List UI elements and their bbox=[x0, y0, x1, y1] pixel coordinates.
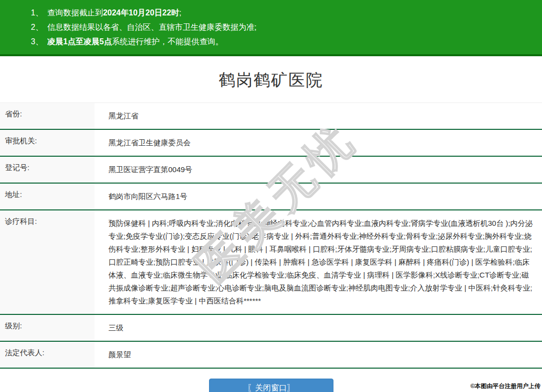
notice-text: ; bbox=[179, 8, 181, 17]
notice-number: 2、 bbox=[31, 23, 43, 31]
row-value: 三级 bbox=[95, 315, 542, 341]
notice-banner: 1、查询数据截止到2024年10月20日22时; 2、信息数据结果以各省、自治区… bbox=[0, 0, 542, 56]
row-value: 黑龙江省 bbox=[95, 103, 542, 129]
close-window-button[interactable]: 〖关闭窗口〗 bbox=[209, 379, 333, 392]
hospital-title: 鹤岗鹤矿医院 bbox=[0, 69, 542, 92]
notice-text: 信息数据结果以各省、自治区、直辖市卫生健康委数据为准; bbox=[47, 23, 256, 31]
notice-bold-text: 2024年10月20日22时 bbox=[103, 8, 179, 17]
notice-line-2: 2、信息数据结果以各省、自治区、直辖市卫生健康委数据为准; bbox=[31, 20, 532, 34]
notice-number: 3、 bbox=[31, 37, 43, 46]
row-value: 预防保健科 | 内科;呼吸内科专业;消化内科专业;神经内科专业;心血管内科专业;… bbox=[95, 210, 542, 314]
table-row-registration-number: 登记号: 黑卫医证营字直第0049号 bbox=[0, 157, 542, 184]
table-row-province: 省份: 黑龙江省 bbox=[0, 103, 542, 130]
row-label: 省份: bbox=[0, 103, 95, 129]
row-label: 审批机关: bbox=[0, 130, 95, 156]
row-label: 法定代表人: bbox=[0, 342, 95, 368]
table-row-treatment-subjects: 诊疗科目: 预防保健科 | 内科;呼吸内科专业;消化内科专业;神经内科专业;心血… bbox=[0, 210, 542, 315]
notice-number: 1、 bbox=[31, 8, 43, 17]
notice-line-3: 3、凌晨1点至凌晨5点系统进行维护，不能提供查询。 bbox=[31, 34, 532, 49]
notice-text: 查询数据截止到 bbox=[47, 8, 103, 17]
row-value: 颜景望 bbox=[95, 342, 542, 368]
row-value: 黑龙江省卫生健康委员会 bbox=[95, 130, 542, 156]
notice-bold-text: 凌晨1点至凌晨5点 bbox=[47, 37, 112, 46]
query-result-page: 1、查询数据截止到2024年10月20日22时; 2、信息数据结果以各省、自治区… bbox=[0, 0, 542, 392]
notice-text: 系统进行维护，不能提供查询。 bbox=[112, 37, 223, 46]
table-row-legal-representative: 法定代表人: 颜景望 bbox=[0, 342, 542, 369]
table-row-approval-authority: 审批机关: 黑龙江省卫生健康委员会 bbox=[0, 130, 542, 157]
upload-attribution: ©本图由平台注册用户上传 bbox=[470, 382, 541, 391]
row-label: 地址: bbox=[0, 184, 95, 209]
row-label: 级别: bbox=[0, 315, 95, 341]
notice-line-1: 1、查询数据截止到2024年10月20日22时; bbox=[31, 5, 532, 20]
table-row-address: 地址: 鹤岗市向阳区六马路1号 bbox=[0, 184, 542, 210]
hospital-detail-table: 省份: 黑龙江省 审批机关: 黑龙江省卫生健康委员会 登记号: 黑卫医证营字直第… bbox=[0, 102, 542, 369]
row-label: 登记号: bbox=[0, 157, 95, 183]
row-value: 鹤岗市向阳区六马路1号 bbox=[95, 184, 542, 209]
table-row-level: 级别: 三级 bbox=[0, 315, 542, 342]
row-label: 诊疗科目: bbox=[0, 210, 95, 314]
button-bar: 〖关闭窗口〗 bbox=[0, 379, 542, 392]
row-value: 黑卫医证营字直第0049号 bbox=[95, 157, 542, 183]
